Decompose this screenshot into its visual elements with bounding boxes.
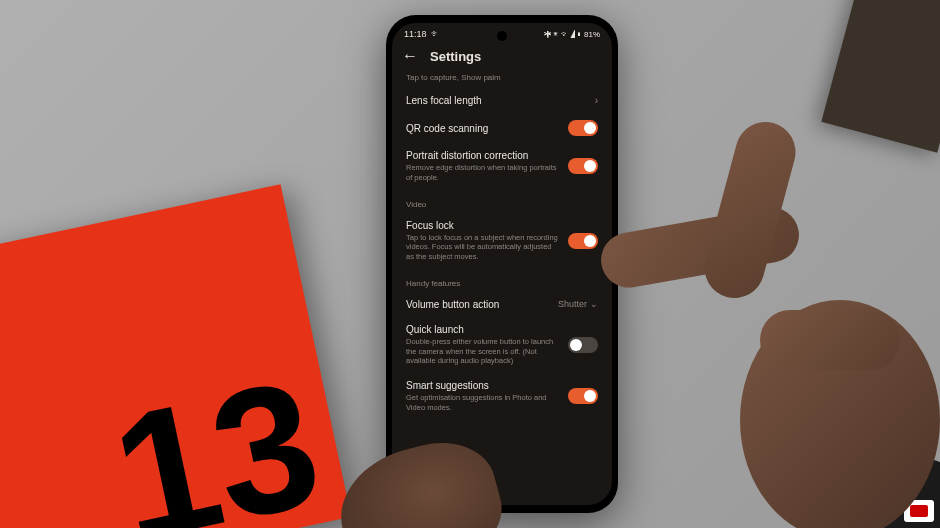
status-right: ✱ ⁕ ᯤ ◢ ▮ 81% bbox=[544, 30, 600, 39]
quick-launch-toggle[interactable] bbox=[568, 337, 598, 353]
chevron-right-icon: › bbox=[595, 95, 598, 106]
portrait-desc: Remove edge distortion when taking portr… bbox=[406, 163, 558, 183]
volume-title: Volume button action bbox=[406, 299, 548, 310]
handy-section-header: Handy features bbox=[406, 279, 598, 288]
quick-launch-row: Quick launch Double-press either volume … bbox=[406, 317, 598, 373]
qr-toggle[interactable] bbox=[568, 120, 598, 136]
portrait-toggle[interactable] bbox=[568, 158, 598, 174]
watermark-icon bbox=[910, 505, 928, 517]
phone-device: 11:18 ᯤ ✱ ⁕ ᯤ ◢ ▮ 81% ← Settings Tap to … bbox=[386, 15, 618, 513]
qr-scanning-row: QR code scanning bbox=[406, 113, 598, 143]
portrait-correction-row: Portrait distortion correction Remove ed… bbox=[406, 143, 598, 190]
header: ← Settings bbox=[392, 41, 612, 73]
lens-focal-title: Lens focal length bbox=[406, 95, 585, 106]
qr-title: QR code scanning bbox=[406, 123, 558, 134]
camera-hole bbox=[497, 31, 507, 41]
status-left-icons: ᯤ bbox=[431, 29, 440, 39]
focus-lock-toggle[interactable] bbox=[568, 233, 598, 249]
status-time: 11:18 bbox=[404, 29, 427, 39]
portrait-title: Portrait distortion correction bbox=[406, 150, 558, 161]
volume-value: Shutter bbox=[558, 299, 587, 309]
battery-percent: 81% bbox=[584, 30, 600, 39]
volume-button-row[interactable]: Volume button action Shutter ⌄ bbox=[406, 292, 598, 317]
quick-launch-title: Quick launch bbox=[406, 324, 558, 335]
status-right-icons: ✱ ⁕ ᯤ ◢ ▮ bbox=[544, 30, 581, 39]
video-section-header: Video bbox=[406, 200, 598, 209]
quick-launch-desc: Double-press either volume button to lau… bbox=[406, 337, 558, 366]
lens-focal-row[interactable]: Lens focal length › bbox=[406, 88, 598, 113]
gesture-hint: Tap to capture, Show palm bbox=[406, 73, 598, 82]
settings-list: Tap to capture, Show palm Lens focal len… bbox=[392, 73, 612, 420]
smart-toggle[interactable] bbox=[568, 388, 598, 404]
volume-value-container: Shutter ⌄ bbox=[558, 299, 598, 309]
finger-middle bbox=[698, 115, 803, 304]
phone-screen: 11:18 ᯤ ✱ ⁕ ᯤ ◢ ▮ 81% ← Settings Tap to … bbox=[392, 23, 612, 505]
hand-right bbox=[600, 120, 900, 500]
smart-suggestions-row: Smart suggestions Get optimisation sugge… bbox=[406, 373, 598, 420]
status-left: 11:18 ᯤ bbox=[404, 29, 440, 39]
chevron-updown-icon: ⌄ bbox=[590, 299, 598, 309]
box-number: 13 bbox=[97, 338, 336, 528]
smart-desc: Get optimisation suggestions in Photo an… bbox=[406, 393, 558, 413]
back-arrow-icon[interactable]: ← bbox=[402, 47, 418, 65]
focus-lock-title: Focus lock bbox=[406, 220, 558, 231]
page-title: Settings bbox=[430, 49, 481, 64]
focus-lock-desc: Tap to lock focus on a subject when reco… bbox=[406, 233, 558, 262]
focus-lock-row: Focus lock Tap to lock focus on a subjec… bbox=[406, 213, 598, 269]
smart-title: Smart suggestions bbox=[406, 380, 558, 391]
finger-ring bbox=[760, 310, 900, 370]
